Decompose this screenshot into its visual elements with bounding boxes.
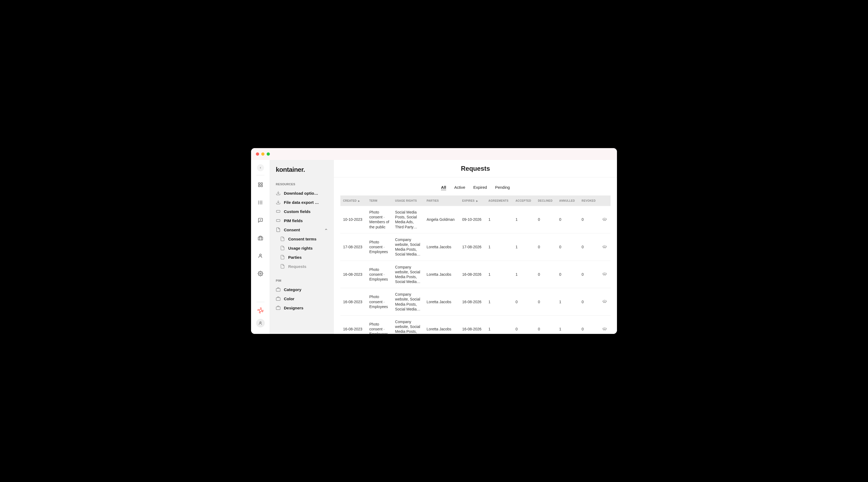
col-term[interactable]: TERM: [367, 196, 393, 206]
maximize-window-button[interactable]: [267, 152, 270, 155]
cell-agreements: 1: [486, 316, 513, 334]
cell-parties: Loretta Jacobs: [424, 261, 459, 288]
cell-parties: Loretta Jacobs: [424, 288, 459, 316]
cell-annulled: 1: [556, 288, 579, 316]
recycle-icon[interactable]: [602, 300, 607, 305]
cell-term: Photo consent · Employees: [367, 233, 393, 261]
cell-term: Photo consent · Members of the public: [367, 206, 393, 233]
cell-expires: 17-08-2026: [460, 233, 486, 261]
document-icon: [280, 255, 285, 260]
recycle-icon[interactable]: [602, 328, 607, 332]
sort-icon: ▶: [358, 200, 360, 202]
nav-file-data-export[interactable]: File data export …: [270, 198, 334, 207]
col-created[interactable]: CREATED▶: [340, 196, 367, 206]
field-icon: [276, 209, 281, 214]
cell-declined: 0: [535, 233, 556, 261]
table-row[interactable]: 17-08-2023 Photo consent · Employees Com…: [340, 233, 611, 261]
download-icon: [276, 191, 281, 196]
col-parties[interactable]: PARTIES: [424, 196, 459, 206]
col-actions: [599, 196, 611, 206]
briefcase-icon[interactable]: [257, 235, 264, 241]
cell-annulled: 0: [556, 233, 579, 261]
cell-action: [599, 288, 611, 316]
table-row[interactable]: 16-08-2023 Photo consent · Employees Com…: [340, 261, 611, 288]
sort-icon: ▶: [476, 200, 478, 202]
cell-accepted: 0: [513, 316, 535, 334]
nav-label: Category: [284, 287, 301, 292]
cell-usage: Company website, Social Media Posts, Soc…: [392, 261, 424, 288]
rail-icons: [257, 182, 264, 277]
cell-parties: Loretta Jacobs: [424, 316, 459, 334]
cell-accepted: 1: [513, 206, 535, 233]
col-accepted[interactable]: ACCEPTED: [513, 196, 535, 206]
col-expires[interactable]: EXPIRES▶: [460, 196, 486, 206]
svg-point-11: [259, 254, 261, 256]
nav-label: File data export …: [284, 200, 319, 205]
cell-declined: 0: [535, 288, 556, 316]
nav-pim-fields[interactable]: PIM fields: [270, 216, 334, 225]
filter-active[interactable]: Active: [454, 185, 465, 190]
back-button[interactable]: [257, 164, 264, 171]
col-annulled[interactable]: ANNULLED: [556, 196, 579, 206]
col-revoked[interactable]: REVOKED: [579, 196, 600, 206]
table-row[interactable]: 16-08-2023 Photo consent · Employees Com…: [340, 316, 611, 334]
col-usage[interactable]: USAGE RIGHTS: [392, 196, 424, 206]
document-icon: [280, 246, 285, 250]
cell-usage: Company website, Social Media Posts, Soc…: [392, 316, 424, 334]
nav-category[interactable]: Category: [270, 285, 334, 294]
section-label-resources: RESOURCES: [270, 182, 334, 189]
user-avatar[interactable]: [256, 319, 265, 328]
filter-pending[interactable]: Pending: [495, 185, 510, 190]
briefcase-icon: [276, 305, 281, 310]
table-row[interactable]: 10-10-2023 Photo consent · Members of th…: [340, 206, 611, 233]
nav-color[interactable]: Color: [270, 294, 334, 303]
nav-designers[interactable]: Designers: [270, 303, 334, 312]
cell-accepted: 0: [513, 288, 535, 316]
field-icon: [276, 218, 281, 223]
help-icon[interactable]: [257, 308, 264, 313]
cell-annulled: 0: [556, 261, 579, 288]
nav-label: Parties: [288, 255, 302, 260]
close-window-button[interactable]: [256, 152, 259, 155]
chat-icon[interactable]: [257, 217, 264, 223]
table-row[interactable]: 16-08-2023 Photo consent · Employees Com…: [340, 288, 611, 316]
filter-expired[interactable]: Expired: [473, 185, 487, 190]
filter-all[interactable]: All: [441, 185, 446, 190]
nav-download-options[interactable]: Download optio…: [270, 189, 334, 198]
nav-requests[interactable]: Requests: [270, 262, 334, 271]
col-declined[interactable]: DECLINED: [535, 196, 556, 206]
svg-rect-1: [261, 183, 262, 185]
cell-accepted: 1: [513, 261, 535, 288]
nav-consent-terms[interactable]: Consent terms: [270, 234, 334, 244]
cell-revoked: 0: [579, 206, 600, 233]
cell-term: Photo consent · Employees: [367, 261, 393, 288]
svg-rect-20: [276, 288, 280, 291]
svg-point-14: [259, 309, 261, 312]
cell-created: 17-08-2023: [340, 233, 367, 261]
cell-revoked: 0: [579, 233, 600, 261]
cell-annulled: 1: [556, 316, 579, 334]
cell-agreements: 1: [486, 261, 513, 288]
cell-action: [599, 316, 611, 334]
nav-custom-fields[interactable]: Custom fields: [270, 207, 334, 216]
gear-icon[interactable]: [257, 271, 264, 277]
nav-label: Usage rights: [288, 246, 313, 250]
col-agreements[interactable]: AGREEMENTS: [486, 196, 513, 206]
recycle-icon[interactable]: [602, 218, 607, 222]
nav-consent[interactable]: Consent: [270, 225, 334, 234]
nav-parties[interactable]: Parties: [270, 253, 334, 262]
minimize-window-button[interactable]: [261, 152, 265, 155]
briefcase-icon: [276, 296, 281, 301]
nav-label: Consent: [284, 228, 300, 232]
titlebar: [251, 148, 617, 160]
cell-created: 16-08-2023: [340, 288, 367, 316]
recycle-icon[interactable]: [602, 246, 607, 250]
list-icon[interactable]: [257, 200, 264, 205]
nav-usage-rights[interactable]: Usage rights: [270, 244, 334, 253]
grid-icon[interactable]: [257, 182, 264, 188]
user-icon[interactable]: [257, 253, 264, 259]
filter-tabs: All Active Expired Pending: [334, 177, 617, 196]
svg-point-13: [258, 308, 262, 313]
rail-bottom: [256, 302, 265, 330]
recycle-icon[interactable]: [602, 273, 607, 277]
